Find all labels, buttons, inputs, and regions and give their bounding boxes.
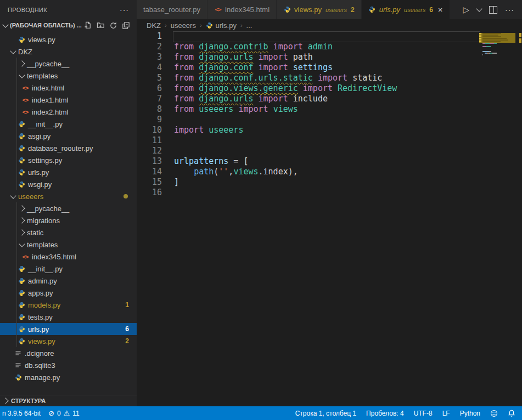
tree-item-index1.html[interactable]: <>index1.html [0, 94, 137, 106]
tree-item-admin.py[interactable]: admin.py [0, 275, 137, 287]
code-line-14[interactable]: 14 path('',views.index), [137, 167, 522, 177]
close-icon[interactable]: × [438, 5, 443, 14]
code-line-7[interactable]: 7from django.urls import include [137, 94, 522, 104]
run-dropdown-icon[interactable] [476, 5, 482, 12]
code-line-10[interactable]: 10import useeers [137, 125, 522, 135]
code-line-15[interactable]: 15] [137, 177, 522, 188]
code-editor[interactable]: 12from django.contrib import admin3from … [137, 31, 522, 406]
indent-guide [16, 58, 17, 70]
code-line-3[interactable]: 3from django.urls import path [137, 52, 522, 63]
tree-item-.dcignore[interactable]: .dcignore [0, 347, 137, 359]
code-line-1[interactable]: 1 [137, 31, 522, 42]
line-number[interactable]: 5 [137, 73, 162, 83]
run-python-file-icon[interactable]: ▷ [463, 5, 469, 15]
code-line-8[interactable]: 8from useeers import views [137, 104, 522, 115]
tree-item-__init__.py[interactable]: __init__.py [0, 263, 137, 275]
tree-item-tests.py[interactable]: tests.py [0, 311, 137, 323]
line-number[interactable]: 3 [137, 52, 162, 63]
breadcrumb-item-useeers[interactable]: useeers [171, 21, 196, 30]
tree-item-index345.html[interactable]: <>index345.html [0, 251, 137, 263]
line-number[interactable]: 4 [137, 63, 162, 73]
code-line-16[interactable]: 16 [137, 188, 522, 198]
code-line-13[interactable]: 13urlpatterns = [ [137, 156, 522, 167]
tree-item-label: manage.py [25, 373, 60, 382]
tree-item-index.html[interactable]: <>index.html [0, 82, 137, 94]
line-number[interactable]: 9 [137, 115, 162, 125]
line-number[interactable]: 13 [137, 156, 162, 167]
tree-item-wsgi.py[interactable]: wsgi.py [0, 178, 137, 190]
line-number[interactable]: 1 [137, 31, 162, 42]
tree-item-urls.py[interactable]: urls.py [0, 166, 137, 178]
workspace-section-header[interactable]: (РАБОЧАЯ ОБЛАСТЬ) ... [0, 19, 137, 31]
tree-item-database_roouter.py[interactable]: database_roouter.py [0, 142, 137, 154]
tree-item-label: __init__.py [28, 265, 63, 273]
code-line-9[interactable]: 9 [137, 115, 522, 125]
eol-status[interactable]: LF [442, 410, 450, 417]
problems-status[interactable]: ⊘ 0 ⚠ 11 [48, 409, 80, 417]
tab-index345.html[interactable]: <>index345.html [207, 0, 276, 19]
split-editor-icon[interactable] [489, 6, 497, 14]
tree-item-templates[interactable]: templates [0, 70, 137, 82]
line-number[interactable]: 12 [137, 146, 162, 156]
indentation-status[interactable]: Пробелов: 4 [366, 410, 404, 417]
line-number[interactable]: 11 [137, 135, 162, 146]
line-number[interactable]: 8 [137, 104, 162, 115]
outline-section-header[interactable]: СТРУКТУРА [0, 395, 137, 406]
line-number[interactable]: 15 [137, 177, 162, 188]
breadcrumb-item-DKZ[interactable]: DKZ [147, 21, 161, 30]
tree-item-DKZ[interactable]: DKZ [0, 46, 137, 58]
line-number[interactable]: 10 [137, 125, 162, 135]
new-folder-icon[interactable] [97, 21, 105, 30]
tree-item-apps.py[interactable]: apps.py [0, 287, 137, 299]
tree-item-migrations[interactable]: migrations [0, 214, 137, 226]
tree-item-static[interactable]: static [0, 226, 137, 239]
line-number[interactable]: 14 [137, 167, 162, 177]
line-number[interactable]: 7 [137, 94, 162, 104]
code-line-5[interactable]: 5from django.conf.urls.static import sta… [137, 73, 522, 83]
collapse-all-icon[interactable] [122, 21, 130, 30]
line-number[interactable]: 16 [137, 188, 162, 198]
feedback-icon[interactable] [490, 410, 498, 417]
tree-item-settings.py[interactable]: settings.py [0, 154, 137, 166]
minimap-line [485, 35, 492, 36]
tab-tabase_roouter.py[interactable]: tabase_roouter.py [137, 0, 207, 19]
code-line-2[interactable]: 2from django.contrib import admin [137, 42, 522, 52]
code-line-6[interactable]: 6from django.views.generic import Redire… [137, 83, 522, 94]
breadcrumb-item-...[interactable]: ... [246, 21, 252, 30]
tab-urls.py[interactable]: urls.pyuseeers6× [362, 0, 450, 19]
encoding-status[interactable]: UTF-8 [414, 410, 433, 417]
python-interpreter-status[interactable]: n 3.9.5 64-bit [2, 410, 41, 417]
language-mode-status[interactable]: Python [460, 410, 480, 417]
new-file-icon[interactable] [84, 21, 92, 30]
tree-item-useeers[interactable]: useeers [0, 190, 137, 202]
code-line-4[interactable]: 4from django.conf import settings [137, 63, 522, 73]
tab-views.py[interactable]: views.pyuseeers2 [277, 0, 361, 19]
tree-item-views.py[interactable]: views.py2 [0, 335, 137, 347]
tree-item-asgi.py[interactable]: asgi.py [0, 130, 137, 142]
notifications-bell-icon[interactable] [508, 410, 515, 417]
tree-item-models.py[interactable]: models.py1 [0, 299, 137, 311]
tree-item-manage.py[interactable]: manage.py [0, 371, 137, 383]
line-number[interactable]: 2 [137, 42, 162, 52]
code-line-12[interactable]: 12 [137, 146, 522, 156]
minimap[interactable] [479, 31, 519, 119]
tree-item-__pycache__[interactable]: __pycache__ [0, 58, 137, 70]
code-text [162, 188, 174, 198]
more-actions-icon[interactable]: ··· [505, 5, 514, 14]
code-line-11[interactable]: 11 [137, 135, 522, 146]
breadcrumb-item-urls.py[interactable]: urls.py [206, 21, 237, 30]
cursor-position-status[interactable]: Строка 1, столбец 1 [295, 410, 356, 417]
tree-item-urls.py[interactable]: urls.py6 [0, 323, 137, 335]
tree-item-index2.html[interactable]: <>index2.html [0, 106, 137, 118]
python-icon [18, 36, 25, 43]
tree-item-__pycache__[interactable]: __pycache__ [0, 202, 137, 214]
html-icon: <> [21, 84, 29, 92]
refresh-icon[interactable] [109, 21, 117, 30]
explorer-more-actions-icon[interactable]: ··· [120, 5, 129, 14]
tree-item-views.py[interactable]: views.py [0, 33, 137, 46]
tree-item-db.sqlite3[interactable]: db.sqlite3 [0, 359, 137, 371]
line-number[interactable]: 6 [137, 83, 162, 94]
tree-item-templates[interactable]: templates [0, 239, 137, 251]
tree-item-__init__.py[interactable]: __init__.py [0, 118, 137, 130]
minimap-gutter-mark [479, 33, 481, 34]
